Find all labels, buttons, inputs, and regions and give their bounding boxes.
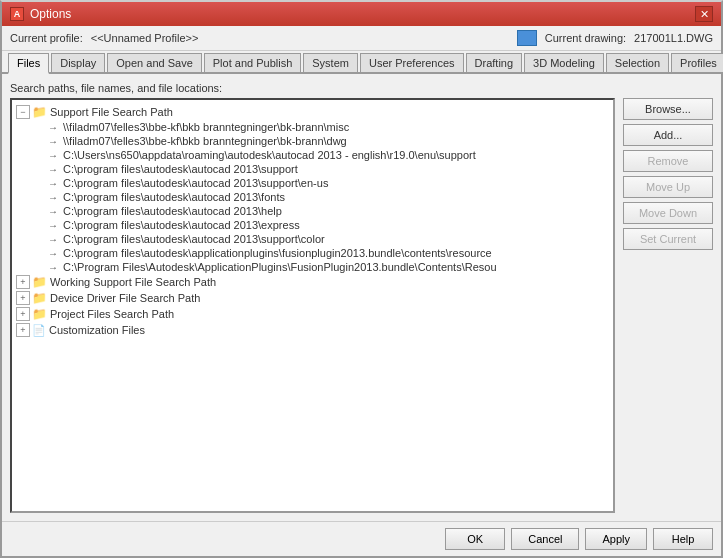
list-item[interactable]: → C:\program files\autodesk\autocad 2013… <box>16 176 609 190</box>
list-item[interactable]: → C:\program files\autodesk\applicationp… <box>16 246 609 260</box>
tab-selection[interactable]: Selection <box>606 53 669 72</box>
folder-icon-device: 📁 <box>32 291 47 305</box>
browse-button[interactable]: Browse... <box>623 98 713 120</box>
tree-item-customization[interactable]: + 📄 Customization Files <box>16 322 609 338</box>
section-label: Search paths, file names, and file locat… <box>10 82 713 94</box>
tab-files[interactable]: Files <box>8 53 49 74</box>
tree-label-c3: C:\Users\ns650\appdata\roaming\autodesk\… <box>63 149 476 161</box>
expand-icon-support[interactable]: − <box>16 105 30 119</box>
tab-profiles[interactable]: Profiles <box>671 53 723 72</box>
title-bar: A Options ✕ <box>2 2 721 26</box>
tree-item-working-support[interactable]: + 📁 Working Support File Search Path <box>16 274 609 290</box>
tab-plot-publish[interactable]: Plot and Publish <box>204 53 302 72</box>
tab-user-preferences[interactable]: User Preferences <box>360 53 464 72</box>
apply-button[interactable]: Apply <box>585 528 647 550</box>
expand-icon-device[interactable]: + <box>16 291 30 305</box>
arrow-icon: → <box>48 192 60 203</box>
expand-icon-project[interactable]: + <box>16 307 30 321</box>
tree-item-project-files[interactable]: + 📁 Project Files Search Path <box>16 306 609 322</box>
tab-3d-modeling[interactable]: 3D Modeling <box>524 53 604 72</box>
list-item[interactable]: → \\filadm07\felles3\bbe-kf\bkb brannteg… <box>16 120 609 134</box>
tree-label-working: Working Support File Search Path <box>50 276 216 288</box>
remove-button[interactable]: Remove <box>623 150 713 172</box>
options-dialog: A Options ✕ Current profile: <<Unnamed P… <box>0 0 723 558</box>
tab-drafting[interactable]: Drafting <box>466 53 523 72</box>
tab-open-save[interactable]: Open and Save <box>107 53 201 72</box>
tab-system[interactable]: System <box>303 53 358 72</box>
arrow-icon: → <box>48 248 60 259</box>
arrow-icon: → <box>48 136 60 147</box>
main-panel: − 📁 Support File Search Path → \\filadm0… <box>10 98 713 513</box>
cancel-button[interactable]: Cancel <box>511 528 579 550</box>
list-item[interactable]: → C:\program files\autodesk\autocad 2013… <box>16 218 609 232</box>
profile-bar: Current profile: <<Unnamed Profile>> Cur… <box>2 26 721 51</box>
title-bar-left: A Options <box>10 7 71 21</box>
app-icon: A <box>10 7 24 21</box>
help-button[interactable]: Help <box>653 528 713 550</box>
ok-button[interactable]: OK <box>445 528 505 550</box>
bottom-bar: OK Cancel Apply Help <box>2 521 721 556</box>
tree-label-c10: C:\program files\autodesk\applicationplu… <box>63 247 492 259</box>
folder-icon-project: 📁 <box>32 307 47 321</box>
list-item[interactable]: → \\filadm07\felles3\bbe-kf\bkb brannteg… <box>16 134 609 148</box>
arrow-icon: → <box>48 122 60 133</box>
window-title: Options <box>30 7 71 21</box>
current-profile-label: Current profile: <box>10 32 83 44</box>
tree-label-device: Device Driver File Search Path <box>50 292 200 304</box>
arrow-icon: → <box>48 262 60 273</box>
tree-label-c8: C:\program files\autodesk\autocad 2013\e… <box>63 219 300 231</box>
arrow-icon: → <box>48 234 60 245</box>
list-item[interactable]: → C:\program files\autodesk\autocad 2013… <box>16 162 609 176</box>
add-button[interactable]: Add... <box>623 124 713 146</box>
tree-label-c5: C:\program files\autodesk\autocad 2013\s… <box>63 177 328 189</box>
expand-icon-custom[interactable]: + <box>16 323 30 337</box>
tree-panel[interactable]: − 📁 Support File Search Path → \\filadm0… <box>10 98 615 513</box>
list-item[interactable]: → C:\Program Files\Autodesk\ApplicationP… <box>16 260 609 274</box>
folder-icon-support: 📁 <box>32 105 47 119</box>
list-item[interactable]: → C:\program files\autodesk\autocad 2013… <box>16 204 609 218</box>
list-item[interactable]: → C:\program files\autodesk\autocad 2013… <box>16 232 609 246</box>
tree-scroll-content: − 📁 Support File Search Path → \\filadm0… <box>12 100 613 342</box>
set-current-button[interactable]: Set Current <box>623 228 713 250</box>
list-item[interactable]: → C:\program files\autodesk\autocad 2013… <box>16 190 609 204</box>
current-drawing-value: 217001L1.DWG <box>634 32 713 44</box>
close-button[interactable]: ✕ <box>695 6 713 22</box>
current-profile-value: <<Unnamed Profile>> <box>91 32 199 44</box>
current-drawing-label: Current drawing: <box>545 32 626 44</box>
expand-icon-working[interactable]: + <box>16 275 30 289</box>
arrow-icon: → <box>48 150 60 161</box>
tabs-container: Files Display Open and Save Plot and Pub… <box>2 51 721 74</box>
arrow-icon: → <box>48 178 60 189</box>
folder-icon-working: 📁 <box>32 275 47 289</box>
file-icon-custom: 📄 <box>32 324 46 337</box>
tree-label-c9: C:\program files\autodesk\autocad 2013\s… <box>63 233 325 245</box>
arrow-icon: → <box>48 220 60 231</box>
tree-item-support-search-path[interactable]: − 📁 Support File Search Path <box>16 104 609 120</box>
tree-item-device-driver[interactable]: + 📁 Device Driver File Search Path <box>16 290 609 306</box>
tab-display[interactable]: Display <box>51 53 105 72</box>
arrow-icon: → <box>48 206 60 217</box>
tree-label-project: Project Files Search Path <box>50 308 174 320</box>
tree-label-c6: C:\program files\autodesk\autocad 2013\f… <box>63 191 285 203</box>
drawing-icon <box>517 30 537 46</box>
tree-label-c11: C:\Program Files\Autodesk\ApplicationPlu… <box>63 261 497 273</box>
move-up-button[interactable]: Move Up <box>623 176 713 198</box>
tree-label-support: Support File Search Path <box>50 106 173 118</box>
tree-label-c4: C:\program files\autodesk\autocad 2013\s… <box>63 163 298 175</box>
tree-label-custom: Customization Files <box>49 324 145 336</box>
tree-label-c7: C:\program files\autodesk\autocad 2013\h… <box>63 205 282 217</box>
move-down-button[interactable]: Move Down <box>623 202 713 224</box>
arrow-icon: → <box>48 164 60 175</box>
tree-label-c2: \\filadm07\felles3\bbe-kf\bkb branntegni… <box>63 135 347 147</box>
buttons-panel: Browse... Add... Remove Move Up Move Dow… <box>623 98 713 513</box>
drawing-section: Current drawing: 217001L1.DWG <box>517 30 713 46</box>
content-area: Search paths, file names, and file locat… <box>2 74 721 521</box>
list-item[interactable]: → C:\Users\ns650\appdata\roaming\autodes… <box>16 148 609 162</box>
tree-label-c1: \\filadm07\felles3\bbe-kf\bkb branntegni… <box>63 121 349 133</box>
